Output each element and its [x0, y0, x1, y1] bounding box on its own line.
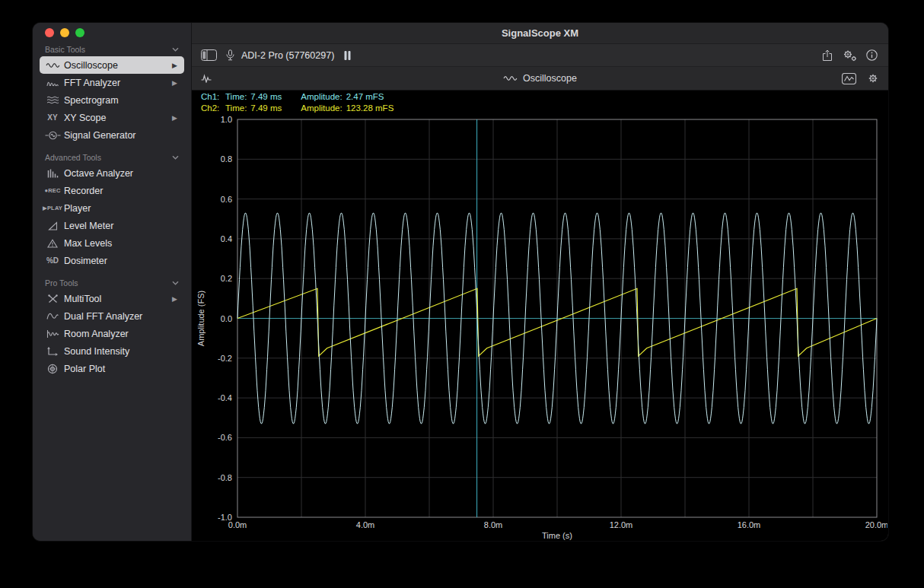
section-label: Basic Tools	[45, 45, 85, 54]
cursor-readout: Ch1:Time:7.49 msAmplitude:2.47 mFS Ch2:T…	[192, 91, 888, 114]
view-toolbar: Oscilloscope	[192, 66, 888, 91]
svg-text:4.0m: 4.0m	[356, 520, 374, 529]
play-text-icon: ▶PLAY	[41, 205, 64, 211]
svg-text:0.0m: 0.0m	[228, 520, 247, 529]
device-toolbar: ADI-2 Pro (57760297)	[192, 43, 888, 66]
play-button[interactable]: ▶	[172, 114, 180, 122]
tool-list: Basic Tools Oscilloscope ▶ FFT Analyzer …	[33, 43, 191, 377]
sidebar-item-label: Polar Plot	[64, 364, 180, 374]
sidebar-section-basic-tools[interactable]: Basic Tools	[40, 43, 184, 56]
svg-text:-0.4: -0.4	[218, 393, 232, 402]
close-button[interactable]	[45, 28, 54, 37]
pause-button[interactable]	[344, 51, 351, 60]
svg-text:8.0m: 8.0m	[484, 520, 502, 529]
sidebar-item-label: Sound Intensity	[64, 346, 180, 357]
section-label: Pro Tools	[45, 278, 78, 288]
sidebar-item-label: Dual FFT Analyzer	[64, 311, 180, 322]
ch1-readout: Ch1:Time:7.49 msAmplitude:2.47 mFS	[201, 91, 888, 103]
sidebar-item-fft-analyzer[interactable]: FFT Analyzer ▶	[40, 74, 184, 91]
sine-wave-icon	[503, 75, 518, 82]
ch2-time-value: 7.49 ms	[250, 103, 301, 114]
svg-text:1.0: 1.0	[221, 115, 232, 124]
sidebar-item-dual-fft-analyzer[interactable]: Dual FFT Analyzer	[40, 307, 184, 325]
sidebar-item-spectrogram[interactable]: Spectrogram	[40, 91, 184, 109]
svg-text:0.0: 0.0	[221, 314, 232, 323]
axes-arrows-icon	[41, 347, 64, 356]
sidebar: Basic Tools Oscilloscope ▶ FFT Analyzer …	[33, 23, 192, 541]
svg-text:Amplitude (FS): Amplitude (FS)	[196, 291, 206, 346]
zoom-button[interactable]	[75, 28, 84, 37]
sidebar-item-oscilloscope[interactable]: Oscilloscope ▶	[40, 56, 184, 74]
ch1-time-value: 7.49 ms	[250, 91, 301, 103]
warning-triangle-icon	[41, 239, 64, 248]
sidebar-item-multitool[interactable]: MultiTool ▶	[40, 290, 184, 307]
input-device-icon[interactable]	[226, 49, 234, 61]
ch2-amplitude-value: 123.28 mFS	[346, 103, 394, 113]
xy-icon: XY	[41, 113, 64, 122]
svg-text:16.0m: 16.0m	[738, 520, 761, 529]
sidebar-item-label: MultiTool	[64, 294, 172, 304]
info-button[interactable]	[866, 49, 878, 61]
signal-generator-icon	[41, 131, 64, 140]
svg-text:-0.6: -0.6	[218, 433, 232, 442]
play-button[interactable]: ▶	[172, 79, 180, 87]
sidebar-item-octave-analyzer[interactable]: Octave Analyzer	[40, 164, 184, 182]
main-area: SignalScope XM ADI-2 Pro (57760297) Osci…	[192, 23, 888, 541]
app-window: Basic Tools Oscilloscope ▶ FFT Analyzer …	[33, 23, 888, 541]
sidebar-item-label: Room Analyzer	[64, 329, 180, 339]
signal-chain-button[interactable]	[201, 74, 213, 83]
window-title: SignalScope XM	[502, 27, 578, 39]
play-button[interactable]: ▶	[172, 295, 180, 303]
play-button[interactable]: ▶	[172, 62, 180, 69]
sidebar-item-label: Level Meter	[64, 221, 180, 231]
svg-text:0.4: 0.4	[221, 234, 232, 243]
display-options-button[interactable]	[842, 73, 856, 84]
sidebar-item-label: Dosimeter	[64, 256, 180, 266]
share-button[interactable]	[822, 49, 833, 62]
sidebar-item-polar-plot[interactable]: Polar Plot	[40, 360, 184, 377]
view-title-label: Oscilloscope	[523, 73, 577, 84]
svg-text:-0.2: -0.2	[218, 354, 232, 363]
impulse-decay-icon	[41, 329, 64, 338]
sidebar-item-dosimeter[interactable]: %D Dosimeter	[40, 252, 184, 269]
svg-text:0.2: 0.2	[221, 274, 232, 283]
svg-text:20.0m: 20.0m	[865, 520, 887, 529]
sidebar-item-player[interactable]: ▶PLAY Player	[40, 199, 184, 217]
svg-text:-0.8: -0.8	[218, 473, 232, 482]
ch1-amplitude-value: 2.47 mFS	[346, 92, 384, 101]
sidebar-item-max-levels[interactable]: Max Levels	[40, 234, 184, 252]
chevron-down-icon	[172, 155, 179, 160]
chevron-down-icon	[172, 281, 179, 285]
sidebar-toggle-button[interactable]	[201, 49, 217, 61]
oscilloscope-plot[interactable]: 1.00.80.60.40.20.0-0.2-0.4-0.6-0.8-1.00.…	[192, 114, 888, 541]
view-settings-gear-icon[interactable]	[867, 72, 879, 84]
sidebar-item-label: FFT Analyzer	[64, 78, 172, 88]
spectrogram-icon	[41, 96, 64, 104]
sidebar-item-room-analyzer[interactable]: Room Analyzer	[40, 325, 184, 342]
sidebar-item-xy-scope[interactable]: XY XY Scope ▶	[40, 109, 184, 126]
traffic-lights	[33, 23, 191, 43]
sidebar-item-sound-intensity[interactable]: Sound Intensity	[40, 342, 184, 360]
device-name[interactable]: ADI-2 Pro (57760297)	[241, 50, 334, 61]
sidebar-item-label: Max Levels	[64, 238, 180, 249]
view-title: Oscilloscope	[192, 73, 888, 84]
sidebar-item-signal-generator[interactable]: Signal Generator	[40, 126, 184, 144]
sidebar-section-advanced-tools[interactable]: Advanced Tools	[40, 151, 184, 164]
sidebar-item-label: Oscilloscope	[64, 60, 172, 71]
gear-badge-icon[interactable]	[842, 49, 857, 62]
amplitude-label: Amplitude:	[301, 92, 342, 101]
sidebar-item-recorder[interactable]: ●REC Recorder	[40, 182, 184, 199]
sidebar-item-level-meter[interactable]: Level Meter	[40, 217, 184, 234]
chevron-down-icon	[172, 47, 179, 52]
level-meter-icon	[41, 221, 64, 230]
polar-target-icon	[41, 364, 64, 374]
crossed-tools-icon	[41, 294, 64, 304]
section-label: Advanced Tools	[45, 153, 101, 162]
svg-text:Time (s): Time (s)	[542, 531, 572, 540]
sidebar-item-label: Player	[64, 203, 180, 214]
sidebar-item-label: XY Scope	[64, 113, 172, 123]
sidebar-section-pro-tools[interactable]: Pro Tools	[40, 276, 184, 290]
minimize-button[interactable]	[60, 28, 69, 37]
svg-text:0.6: 0.6	[221, 195, 232, 204]
title-bar: SignalScope XM	[192, 23, 888, 43]
